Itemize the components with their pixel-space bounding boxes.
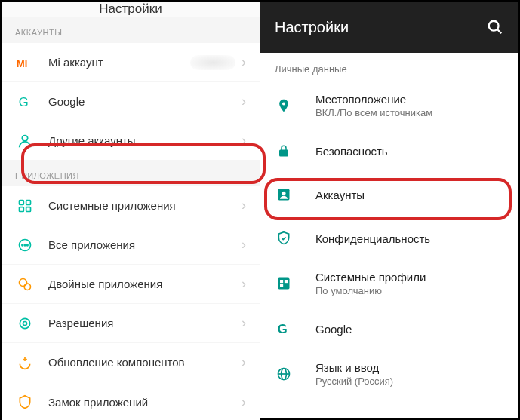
app-lock-label: Замок приложений	[48, 396, 235, 409]
lock-icon	[275, 142, 293, 160]
profiles-label: Системные профили	[315, 271, 503, 284]
svg-point-10	[27, 244, 29, 246]
svg-text:G: G	[278, 322, 288, 336]
row-permissions[interactable]: Разрешения ›	[2, 304, 260, 343]
row-location[interactable]: Местоположение ВКЛ./По всем источникам	[260, 82, 518, 129]
android-settings-panel: Настройки Личные данные Местоположение В…	[260, 2, 518, 418]
dots-circle-icon	[15, 235, 35, 255]
svg-point-9	[24, 244, 26, 246]
svg-text:G: G	[19, 94, 29, 109]
svg-rect-22	[280, 284, 283, 287]
all-apps-label: Все приложения	[48, 238, 235, 251]
row-component-update[interactable]: Обновление компонентов ›	[2, 343, 260, 382]
update-icon	[15, 353, 35, 372]
permissions-label: Разрешения	[48, 317, 235, 330]
chevron-right-icon: ›	[242, 354, 246, 370]
miui-header: Настройки	[2, 2, 260, 17]
chevron-right-icon: ›	[242, 237, 246, 253]
privacy-label: Конфиденциальность	[315, 232, 503, 245]
svg-rect-4	[26, 200, 31, 204]
shield-lock-icon	[15, 392, 35, 412]
security-label: Безопасность	[315, 145, 503, 158]
search-icon[interactable]	[487, 19, 503, 35]
row-system-apps[interactable]: Системные приложения ›	[2, 186, 260, 225]
person-icon	[15, 131, 35, 151]
row-google[interactable]: G Google	[260, 307, 518, 351]
svg-point-12	[24, 284, 30, 290]
svg-point-14	[23, 321, 27, 325]
android-header: Настройки	[260, 2, 518, 53]
svg-point-8	[22, 244, 23, 246]
svg-rect-20	[280, 280, 283, 283]
svg-rect-5	[20, 207, 24, 211]
svg-text:MI: MI	[17, 57, 27, 69]
mi-account-label: Mi аккаунт	[48, 56, 190, 69]
page-title: Настройки	[275, 19, 487, 36]
row-system-profiles[interactable]: Системные профили По умолчанию	[260, 260, 518, 307]
language-label: Язык и ввод	[315, 361, 503, 374]
chevron-right-icon: ›	[242, 54, 246, 70]
section-accounts: АККАУНТЫ	[2, 17, 260, 43]
dual-apps-label: Двойные приложения	[48, 277, 235, 290]
google-label: Google	[48, 95, 235, 108]
google-icon: G	[15, 92, 35, 112]
page-title: Настройки	[99, 2, 162, 17]
row-app-lock[interactable]: Замок приложений ›	[2, 382, 260, 420]
accounts-label: Аккаунты	[315, 189, 503, 201]
svg-rect-19	[278, 278, 290, 290]
row-privacy[interactable]: Конфиденциальность	[260, 216, 518, 260]
location-sublabel: ВКЛ./По всем источникам	[315, 107, 503, 118]
row-security[interactable]: Безопасность	[260, 129, 518, 173]
dual-apps-icon	[15, 274, 35, 294]
chevron-right-icon: ›	[242, 315, 246, 331]
mi-logo-icon: MI	[15, 53, 35, 72]
svg-line-16	[497, 29, 502, 34]
svg-point-18	[282, 192, 286, 195]
miui-settings-panel: Настройки АККАУНТЫ MI Mi аккаунт › G Goo…	[2, 2, 260, 418]
row-all-apps[interactable]: Все приложения ›	[2, 225, 260, 265]
system-apps-label: Системные приложения	[48, 199, 235, 212]
row-language[interactable]: Язык и ввод Русский (Россия)	[260, 351, 518, 397]
location-label: Местоположение	[315, 93, 503, 106]
profiles-icon	[275, 274, 293, 293]
svg-rect-6	[26, 207, 31, 211]
svg-point-13	[20, 318, 29, 328]
shield-badge-icon	[15, 314, 35, 333]
svg-point-11	[20, 278, 27, 286]
language-sublabel: Русский (Россия)	[315, 376, 503, 387]
grid-icon	[15, 196, 35, 216]
chevron-right-icon: ›	[242, 94, 246, 109]
component-update-label: Обновление компонентов	[48, 356, 235, 369]
globe-icon	[275, 365, 293, 383]
row-google[interactable]: G Google ›	[2, 82, 260, 121]
section-personal: Личные данные	[260, 53, 518, 82]
mi-account-value-blur	[190, 55, 235, 70]
chevron-right-icon: ›	[242, 276, 246, 292]
profiles-sublabel: По умолчанию	[315, 285, 503, 296]
svg-point-15	[489, 21, 499, 31]
section-apps: ПРИЛОЖЕНИЯ	[2, 161, 260, 186]
other-accounts-label: Другие аккаунты	[48, 134, 235, 147]
svg-point-2	[22, 135, 27, 140]
svg-rect-21	[285, 280, 288, 283]
svg-rect-3	[20, 200, 24, 204]
chevron-right-icon: ›	[242, 394, 246, 410]
chevron-right-icon: ›	[242, 198, 246, 213]
location-pin-icon	[275, 97, 293, 115]
chevron-right-icon: ›	[242, 133, 246, 149]
row-other-accounts[interactable]: Другие аккаунты ›	[2, 121, 260, 161]
shield-check-icon	[275, 229, 293, 247]
row-dual-apps[interactable]: Двойные приложения ›	[2, 265, 260, 304]
google-label: Google	[315, 323, 503, 336]
account-box-icon	[275, 185, 293, 204]
row-mi-account[interactable]: MI Mi аккаунт ›	[2, 43, 260, 82]
row-accounts[interactable]: Аккаунты	[260, 173, 518, 216]
google-icon: G	[275, 320, 293, 338]
